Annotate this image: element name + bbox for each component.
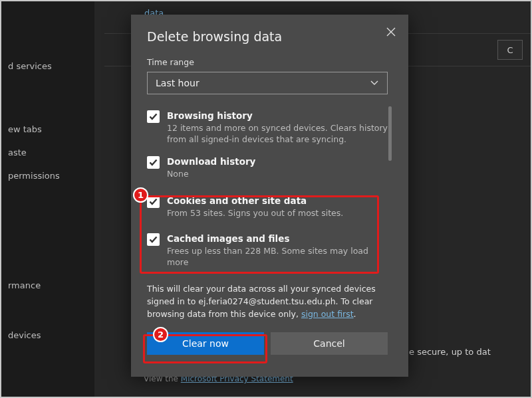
sidebar-item[interactable]: d services xyxy=(1,54,94,78)
dialog-title: Delete browsing data xyxy=(147,29,392,44)
option-title: Download history xyxy=(167,155,255,167)
annotation-badge-1: 1 xyxy=(133,187,148,203)
sidebar-item[interactable]: aste xyxy=(1,141,94,164)
checkbox-checked-icon[interactable] xyxy=(147,156,160,169)
cancel-button[interactable]: Cancel xyxy=(271,332,388,355)
choose-button[interactable]: C xyxy=(497,40,523,60)
sign-out-link[interactable]: sign out first xyxy=(301,309,354,319)
option-cached[interactable]: Cached images and files Frees up less th… xyxy=(147,226,388,275)
option-subtitle: From 53 sites. Signs you out of most sit… xyxy=(167,208,343,219)
delete-browsing-data-dialog: Delete browsing data Time range Last hou… xyxy=(131,15,408,377)
option-subtitle: Frees up less than 228 MB. Some sites ma… xyxy=(167,246,388,268)
checkbox-checked-icon[interactable] xyxy=(147,233,160,246)
settings-sidebar: d services ew tabs aste permissions rman… xyxy=(1,1,94,397)
time-range-value: Last hour xyxy=(156,78,200,88)
option-title: Browsing history xyxy=(167,110,388,122)
scrollbar[interactable] xyxy=(388,106,392,161)
option-cookies[interactable]: Cookies and other site data From 53 site… xyxy=(147,187,388,226)
option-subtitle: None xyxy=(167,169,255,180)
sidebar-item[interactable]: permissions xyxy=(1,164,94,187)
option-subtitle: 12 items and more on synced devices. Cle… xyxy=(167,123,388,146)
options-list: Browsing history 12 items and more on sy… xyxy=(147,106,388,275)
time-range-select[interactable]: Last hour xyxy=(147,72,388,94)
sidebar-item[interactable]: rmance xyxy=(1,274,94,297)
warning-text: This will clear your data across all you… xyxy=(147,283,388,320)
checkbox-checked-icon[interactable] xyxy=(147,195,160,208)
checkbox-checked-icon[interactable] xyxy=(147,110,160,123)
option-browsing-history[interactable]: Browsing history 12 items and more on sy… xyxy=(147,106,388,152)
close-icon[interactable] xyxy=(383,24,399,40)
dialog-buttons: Clear now Cancel xyxy=(147,332,388,355)
sidebar-item[interactable]: devices xyxy=(1,324,94,347)
option-title: Cached images and files xyxy=(167,233,388,245)
chevron-down-icon xyxy=(370,78,379,88)
option-title: Cookies and other site data xyxy=(167,195,343,207)
sidebar-item[interactable]: ew tabs xyxy=(1,118,94,141)
option-download-history[interactable]: Download history None xyxy=(147,152,388,187)
time-range-label: Time range xyxy=(147,57,392,67)
annotation-badge-2: 2 xyxy=(153,327,168,342)
